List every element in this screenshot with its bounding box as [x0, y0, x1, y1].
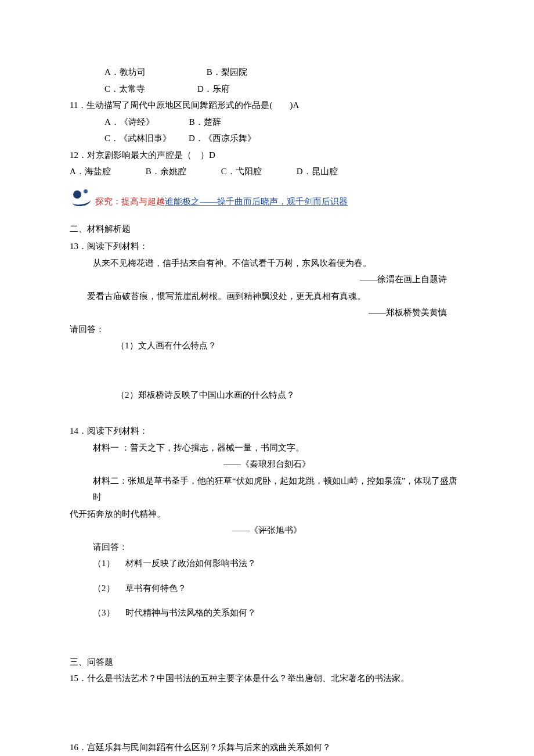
q13-material-1a: 从来不见梅花谱，信手拈来自有神。不信试看千万树，东风吹着便为春。: [70, 255, 464, 272]
q12-stem: 12．对京剧影响最大的声腔是（ ）D: [70, 147, 464, 164]
section-3-heading: 三、问答题: [70, 654, 464, 671]
explore-heading: 探究：提高与超越 谁能极之——操千曲而后晓声，观千剑而后识器: [70, 188, 464, 210]
q16: 16．宫廷乐舞与民间舞蹈有什么区别？乐舞与后来的戏曲关系如何？: [70, 739, 464, 756]
q14-answer-label: 请回答：: [70, 539, 464, 556]
q14-material-1-source: ——《秦琅邪台刻石》: [70, 456, 464, 473]
q14-material-1: 材料一 ：普天之下，抟心揖志，器械一量，书同文字。: [70, 440, 464, 456]
q10-option-a: A．教坊司 B．梨园院: [70, 64, 464, 81]
q13-answer-label: 请回答：: [70, 321, 464, 338]
q14-part3: （3） 时代精神与书法风格的关系如何？: [70, 604, 464, 621]
explore-red-text: 探究：提高与超越: [95, 193, 165, 210]
q10-option-c: C．太常寺 D．乐府: [70, 81, 464, 98]
q11-option-c: C．《武林旧事》 D．《西凉乐舞》: [70, 130, 464, 147]
q15: 15．什么是书法艺术？中国书法的五种主要字体是什么？举出唐朝、北宋著名的书法家。: [70, 670, 464, 687]
q14-part2: （2） 草书有何特色？: [70, 580, 464, 597]
q14-material-2a: 材料二：张旭是草书圣手，他的狂草“伏如虎卧，起如龙跳，顿如山峙，控如泉流”，体现…: [70, 473, 464, 506]
q13-part1: （1）文人画有什么特点？: [70, 337, 464, 354]
q13-material-1b: 爱看古庙破苔痕，惯写荒崖乱树根。画到精神飘没处，更无真相有真魂。: [70, 288, 464, 305]
explore-icon: [70, 188, 94, 210]
q13-part2: （2）郑板桥诗反映了中国山水画的什么特点？: [70, 387, 464, 404]
q14-material-2-source: ——《评张旭书》: [70, 522, 464, 539]
q11-stem: 11．生动描写了周代中原地区民间舞蹈形式的作品是( )A: [70, 97, 464, 114]
q13-material-1b-source: ——郑板桥赞美黄慎: [70, 304, 464, 321]
explore-blue-text: 谁能极之——操千曲而后晓声，观千剑而后识器: [165, 193, 348, 210]
page-root: A．教坊司 B．梨园院 C．太常寺 D．乐府 11．生动描写了周代中原地区民间舞…: [0, 0, 534, 756]
q12-options: A．海盐腔 B．余姚腔 C．弋阳腔 D．昆山腔: [70, 163, 464, 180]
q14-part1: （1） 材料一反映了政治如何影响书法？: [70, 555, 464, 572]
q14-material-2b: 代开拓奔放的时代精神。: [70, 506, 464, 523]
q13-material-1-source: ——徐渭在画上自题诗: [70, 271, 464, 288]
q13-stem: 13．阅读下列材料：: [70, 238, 464, 255]
q11-option-a: A．《诗经》 B．楚辞: [70, 114, 464, 131]
q14-stem: 14．阅读下列材料：: [70, 423, 464, 440]
section-2-heading: 二、材料解析题: [70, 221, 464, 237]
